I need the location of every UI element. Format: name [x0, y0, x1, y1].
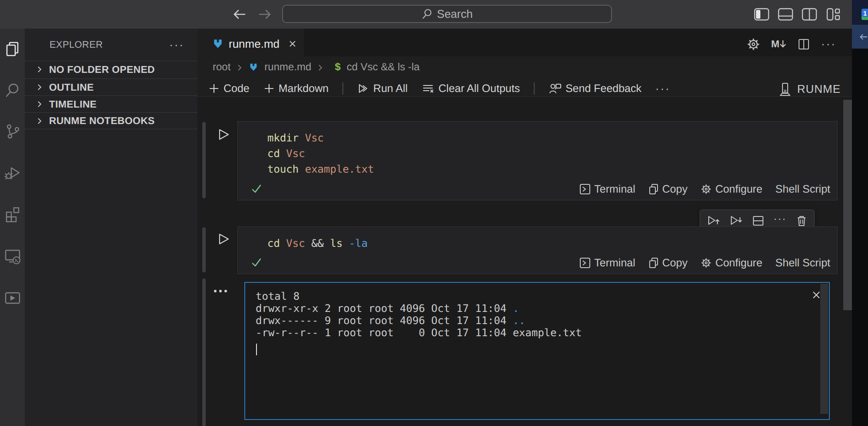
- run-above-icon[interactable]: [707, 215, 720, 227]
- cell-output[interactable]: total 8drwxr-xr-x 2 root root 4096 Oct 1…: [244, 282, 830, 420]
- breadcrumb-file[interactable]: runme.md: [264, 61, 311, 73]
- cell-terminal-button[interactable]: Terminal: [579, 183, 635, 196]
- code-cell-2[interactable]: cd Vsc && ls -la Terminal Copy Configure: [237, 226, 838, 274]
- cell-configure-button[interactable]: Configure: [700, 183, 762, 196]
- code-cell-1[interactable]: mkdir Vsccd Vsctouch example.txt Termina…: [237, 121, 838, 200]
- open-markdown-preview-icon[interactable]: M: [771, 38, 786, 50]
- cell-language-label[interactable]: Shell Script: [776, 257, 830, 269]
- source-control-icon[interactable]: [0, 118, 25, 144]
- sidebar-section-runme-notebooks[interactable]: RUNME NOTEBOOKS: [25, 112, 197, 129]
- run-all-button[interactable]: Run All: [357, 82, 408, 95]
- background-window-toolbar: [852, 25, 868, 49]
- run-below-icon[interactable]: [730, 215, 743, 227]
- sidebar-section-timeline[interactable]: TIMELINE: [25, 95, 197, 112]
- background-window-sliver: 1: [852, 0, 868, 426]
- breadcrumb-separator-icon: [237, 64, 243, 71]
- breadcrumb-command[interactable]: cd Vsc && ls -la: [347, 61, 420, 73]
- cell-code[interactable]: mkdir Vsccd Vsctouch example.txt: [267, 130, 374, 177]
- cell-focus-bar[interactable]: [202, 227, 206, 272]
- clear-all-outputs-button[interactable]: Clear All Outputs: [421, 82, 520, 95]
- kernel-label: RUNME: [797, 82, 841, 96]
- chevron-right-icon: [36, 66, 43, 73]
- tab-label: runme.md: [229, 37, 279, 51]
- cell-success-icon: [251, 257, 262, 269]
- tab-runme-md[interactable]: runme.md: [197, 29, 304, 56]
- remote-explorer-icon[interactable]: [0, 243, 25, 269]
- notebook-settings-icon[interactable]: [747, 38, 760, 51]
- toolbar-more-actions-icon[interactable]: ···: [655, 82, 671, 95]
- sidebar-explorer: EXPLORER ··· NO FOLDER OPENED OUTLINE TI…: [25, 29, 197, 426]
- cell-success-icon: [251, 184, 262, 195]
- add-markdown-cell-button[interactable]: Markdown: [263, 82, 329, 95]
- editor-more-actions-icon[interactable]: ···: [821, 37, 836, 51]
- output-text: total 8drwxr-xr-x 2 root root 4096 Oct 1…: [256, 290, 582, 339]
- terminal-cursor: [256, 344, 257, 355]
- cell-copy-button[interactable]: Copy: [648, 257, 687, 269]
- notebook-toolbar: Code Markdown Run All Clear All Outputs …: [197, 78, 852, 97]
- cell-copy-button[interactable]: Copy: [648, 183, 687, 196]
- search-sidebar-icon[interactable]: [0, 77, 25, 103]
- tab-close-icon[interactable]: [288, 39, 297, 48]
- output-more-actions-icon[interactable]: [213, 289, 228, 293]
- explorer-icon[interactable]: [0, 36, 25, 62]
- sidebar-section-outline[interactable]: OUTLINE: [25, 79, 197, 95]
- delete-cell-icon[interactable]: [796, 215, 807, 227]
- run-cell-button[interactable]: [217, 128, 230, 141]
- search-input[interactable]: Search: [282, 5, 612, 23]
- cell-focus-bar[interactable]: [202, 122, 206, 198]
- chevron-right-icon: [36, 84, 43, 91]
- editor-scrollbar[interactable]: [843, 100, 852, 310]
- sidebar-section-no-folder-opened[interactable]: NO FOLDER OPENED: [25, 61, 197, 78]
- send-feedback-button[interactable]: Send Feedback: [549, 82, 641, 95]
- toggle-sidebar-icon[interactable]: [754, 8, 769, 21]
- editor-area: runme.md M ··· root runme.md: [197, 29, 852, 426]
- sidebar-more-actions-icon[interactable]: ···: [169, 38, 184, 52]
- run-cell-button[interactable]: [217, 233, 230, 246]
- back-arrow-icon[interactable]: [232, 8, 247, 20]
- forward-arrow-icon[interactable]: [258, 8, 273, 20]
- breadcrumbs: root runme.md $ cd Vsc && ls -la: [197, 56, 852, 78]
- cell-more-actions-icon[interactable]: ···: [773, 213, 786, 225]
- runme-file-icon: [212, 38, 224, 49]
- cell-code[interactable]: cd Vsc && ls -la: [267, 236, 368, 251]
- sidebar-title: EXPLORER: [49, 39, 103, 50]
- runme-notebooks-icon[interactable]: [0, 285, 25, 311]
- activity-bar: [0, 29, 25, 426]
- output-focus-bar[interactable]: [202, 279, 206, 426]
- title-bar: Search: [0, 0, 868, 29]
- split-editor-icon[interactable]: [798, 38, 810, 50]
- search-placeholder: Search: [437, 7, 473, 21]
- toggle-secondary-sidebar-icon[interactable]: [802, 8, 817, 21]
- split-cell-icon[interactable]: [752, 215, 764, 227]
- breadcrumb-prompt: $: [335, 61, 340, 73]
- cell-language-label[interactable]: Shell Script: [776, 183, 830, 196]
- cell-terminal-button[interactable]: Terminal: [579, 257, 635, 269]
- toolbar-separator: [342, 82, 343, 95]
- toggle-panel-icon[interactable]: [778, 8, 793, 21]
- breadcrumb-root[interactable]: root: [213, 61, 230, 73]
- kernel-selector[interactable]: RUNME: [779, 78, 841, 100]
- breadcrumb-separator-icon: [317, 64, 323, 71]
- customize-layout-icon[interactable]: [825, 8, 841, 21]
- cell-configure-button[interactable]: Configure: [700, 257, 762, 269]
- extensions-icon[interactable]: [0, 202, 25, 228]
- toolbar-separator: [534, 82, 535, 95]
- search-icon: [421, 8, 433, 20]
- chevron-right-icon: [36, 101, 43, 108]
- background-window-app-icon: 1: [861, 9, 868, 20]
- add-code-cell-button[interactable]: Code: [208, 82, 250, 95]
- chevron-right-icon: [36, 118, 43, 125]
- run-and-debug-icon[interactable]: [0, 160, 25, 186]
- runme-file-icon: [249, 62, 258, 72]
- tab-bar: runme.md M ···: [197, 29, 852, 56]
- output-scrollbar[interactable]: [820, 284, 828, 414]
